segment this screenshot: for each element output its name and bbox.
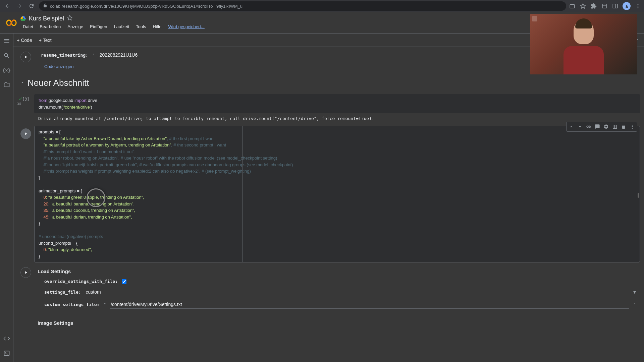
exec-count: [3]: [22, 97, 30, 102]
svg-point-6: [638, 6, 639, 7]
run-button[interactable]: [20, 52, 31, 62]
resume-label: resume_timestring:: [41, 53, 88, 58]
url-text: colab.research.google.com/drive/13G9KHyM…: [50, 4, 243, 9]
svg-point-15: [632, 125, 633, 126]
menu-bearbeiten[interactable]: Bearbeiten: [37, 23, 63, 31]
cell-load-settings: Load Settings override_settings_with_fil…: [17, 264, 640, 328]
custom-file-label: custom_settings_file:: [44, 302, 99, 307]
files-icon[interactable]: [3, 82, 10, 88]
override-checkbox[interactable]: [122, 279, 126, 284]
colab-logo[interactable]: [5, 17, 17, 29]
forward-button[interactable]: [15, 1, 24, 11]
settings-file-select[interactable]: custom ▾: [85, 288, 636, 296]
delete-button[interactable]: [620, 123, 628, 131]
svg-point-17: [632, 128, 633, 129]
add-code-button[interactable]: +Code: [13, 36, 36, 44]
webcam-overlay: [530, 14, 637, 74]
cell-toolbar: [566, 122, 637, 132]
cell-drive-mount: 2s [3] from google.colab import drive dr…: [17, 94, 640, 124]
left-sidebar: {x}: [0, 34, 13, 362]
run-button[interactable]: [20, 128, 31, 139]
override-label: override_settings_with_file:: [44, 279, 118, 284]
url-bar[interactable]: colab.research.google.com/drive/13G9KHyM…: [39, 1, 566, 11]
mirror-button[interactable]: [611, 123, 619, 131]
move-up-button[interactable]: [567, 123, 575, 131]
svg-point-5: [638, 4, 639, 5]
back-button[interactable]: [3, 1, 12, 11]
menu-hilfe[interactable]: Hilfe: [150, 23, 164, 31]
section-toggle[interactable]: [20, 80, 25, 86]
exec-success-icon: [18, 96, 23, 101]
cell-output: Drive already mounted at /content/drive;…: [17, 113, 640, 124]
terminal-icon[interactable]: [3, 350, 10, 357]
menu-einfuegen[interactable]: Einfügen: [87, 23, 110, 31]
svg-rect-12: [4, 351, 9, 355]
variables-icon[interactable]: {x}: [3, 67, 10, 74]
run-button[interactable]: [20, 267, 31, 278]
cell-prompts: prompts = [ "a beautiful lake by Asher B…: [17, 126, 640, 262]
comment-button[interactable]: [593, 123, 601, 131]
svg-rect-0: [570, 5, 575, 8]
extensions-icon[interactable]: [590, 3, 597, 9]
scrollbar-thumb[interactable]: [638, 193, 639, 198]
reading-list-icon[interactable]: [601, 3, 608, 9]
side-panel-icon[interactable]: [612, 3, 619, 9]
link-button[interactable]: [585, 123, 593, 131]
drive-icon: [20, 15, 26, 21]
section-title: Neuer Abschnitt: [28, 78, 89, 88]
lock-icon: [43, 3, 47, 9]
share-icon[interactable]: [569, 3, 576, 9]
browser-menu-icon[interactable]: [635, 3, 641, 9]
menu-datei[interactable]: Datei: [20, 23, 36, 31]
menu-anzeige[interactable]: Anzeige: [65, 23, 86, 31]
settings-button[interactable]: [602, 123, 610, 131]
more-button[interactable]: [628, 123, 636, 131]
svg-point-7: [638, 7, 639, 8]
exec-time: 2s: [17, 102, 21, 105]
reload-button[interactable]: [27, 1, 36, 11]
notebook-title[interactable]: Kurs Beispiel: [29, 15, 64, 22]
code-snippets-icon[interactable]: [3, 335, 10, 342]
code-editor[interactable]: prompts = [ "a beautiful lake by Asher B…: [34, 126, 640, 262]
menu-tools[interactable]: Tools: [133, 23, 149, 31]
custom-file-input[interactable]: [110, 300, 629, 309]
webcam-indicator: [532, 16, 537, 21]
chevron-down-icon: ▾: [633, 289, 636, 295]
svg-point-16: [632, 126, 633, 127]
browser-chrome: colab.research.google.com/drive/13G9KHyM…: [0, 0, 644, 12]
svg-rect-13: [613, 125, 615, 129]
svg-rect-1: [602, 4, 606, 8]
saving-status: Wird gespeichert...: [165, 23, 207, 31]
move-down-button[interactable]: [576, 123, 584, 131]
menu-laufzeit[interactable]: Laufzeit: [111, 23, 132, 31]
section-header: Neuer Abschnitt: [17, 74, 640, 92]
code-editor[interactable]: from google.colab import drive drive.mou…: [34, 94, 640, 113]
bookmark-icon[interactable]: [580, 3, 586, 9]
settings-file-label: settings_file:: [44, 290, 81, 295]
svg-rect-3: [613, 4, 618, 8]
load-settings-heading: Load Settings: [34, 264, 640, 277]
star-icon[interactable]: [67, 15, 73, 22]
toc-icon[interactable]: [3, 38, 10, 44]
search-icon[interactable]: [3, 52, 10, 59]
notebook-content: resume_timestring: " Code anzeigen Neuer…: [13, 47, 644, 362]
image-settings-heading: Image Settings: [34, 316, 640, 328]
profile-avatar[interactable]: a: [623, 2, 631, 10]
add-text-button[interactable]: +Text: [36, 36, 55, 44]
svg-rect-14: [615, 125, 617, 129]
